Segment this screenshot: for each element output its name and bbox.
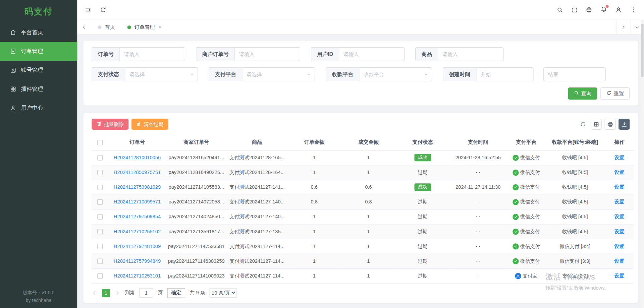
filter-pay-platform-select[interactable]: 请选择: [242, 67, 315, 81]
notifications-button[interactable]: [600, 6, 607, 14]
chevron-left-icon: [92, 290, 97, 296]
table-toolbar-left: 批量删除 清空过期: [92, 119, 168, 130]
refresh-icon: [580, 121, 586, 127]
column-settings-button[interactable]: [591, 119, 602, 130]
language-button[interactable]: [586, 7, 592, 13]
filter-label: 收款平台: [326, 67, 359, 81]
wechat-pay-icon: [513, 243, 519, 249]
scrollbar[interactable]: [641, 20, 644, 308]
merchant-order-no: pay2024112714072058...: [166, 194, 226, 209]
search-button[interactable]: [556, 7, 563, 13]
more-menu-button[interactable]: [630, 7, 637, 13]
order-no-link[interactable]: H2024112757994849: [114, 258, 161, 264]
filter-product-input[interactable]: [438, 47, 503, 61]
clear-expired-button[interactable]: 清空过期: [131, 119, 168, 130]
row-checkbox[interactable]: [97, 199, 103, 205]
current-page-button[interactable]: 1: [102, 289, 110, 297]
main-area: 首页订单管理 订单号商户订单号用户ID商品 支付状态请选择支付平台请选择收款平台…: [77, 0, 644, 308]
settings-link[interactable]: 设置: [614, 169, 624, 175]
table-toolbar-right: [578, 119, 630, 130]
globe-icon: [586, 7, 592, 13]
filter-label: 支付状态: [92, 67, 125, 81]
fullscreen-button[interactable]: [571, 7, 577, 13]
receiver-platform: 收钱吧 [4:5]: [545, 150, 605, 165]
tab-close-icon[interactable]: [158, 25, 162, 29]
check-icon: [514, 171, 517, 174]
order-no-link[interactable]: H2024112753981029: [114, 184, 161, 190]
settings-link[interactable]: 设置: [614, 273, 624, 279]
tab-status-dot: [127, 25, 131, 29]
filter-actions: 查询 重置: [92, 87, 630, 100]
print-button[interactable]: [604, 119, 615, 130]
product-name: 支付测试20241128-164...: [226, 165, 288, 180]
refresh-table-button[interactable]: [578, 119, 588, 130]
filter-user-id-input[interactable]: [339, 47, 405, 61]
user-menu-button[interactable]: [615, 7, 622, 13]
sidebar-item-plugins[interactable]: 插件管理: [0, 80, 77, 99]
settings-link[interactable]: 设置: [614, 228, 624, 234]
settings-link[interactable]: 设置: [614, 155, 624, 160]
order-no-link[interactable]: H2024112710255102: [114, 229, 161, 234]
sidebar-item-orders[interactable]: 订单管理: [0, 42, 77, 61]
tab-0[interactable]: 首页: [98, 20, 115, 35]
collapse-menu-button[interactable]: [85, 6, 92, 13]
app-logo: 码支付: [0, 0, 77, 23]
settings-link[interactable]: 设置: [614, 199, 624, 204]
alipay-icon: 支: [515, 273, 521, 279]
table-row: H2024112710255102pay2024112713591817...支…: [92, 224, 634, 239]
search-icon: [574, 90, 579, 96]
batch-delete-button[interactable]: 批量删除: [92, 119, 128, 130]
select-all-checkbox[interactable]: [97, 140, 103, 145]
refresh-page-button[interactable]: [100, 7, 107, 13]
orders-table: 订单号商家订单号商品订单金额成交金额支付状态支付时间支付平台收款平台[账号:终端…: [92, 135, 634, 284]
settings-link[interactable]: 设置: [614, 258, 624, 264]
close-icon: [158, 25, 162, 29]
scroll-tabs-left-button[interactable]: [77, 20, 91, 35]
scroll-tabs-right-button[interactable]: [616, 20, 630, 35]
confirm-page-button[interactable]: 确定: [167, 288, 185, 298]
merchant-order-no: pay2024112816490225...: [166, 165, 226, 180]
next-page-button[interactable]: [115, 290, 120, 296]
order-no-link[interactable]: H2024112710099571: [114, 199, 161, 205]
order-no-link[interactable]: H2024112797509854: [114, 214, 161, 220]
refresh-icon: [100, 7, 107, 13]
prev-page-button[interactable]: [92, 290, 97, 296]
query-button[interactable]: 查询: [568, 87, 597, 100]
platform-name: 支付宝: [523, 272, 537, 279]
scrollbar-thumb[interactable]: [641, 24, 643, 77]
row-checkbox[interactable]: [97, 244, 103, 249]
reset-button[interactable]: 重置: [600, 87, 630, 100]
settings-link[interactable]: 设置: [614, 213, 624, 219]
order-no-link[interactable]: H2024112850975751: [114, 170, 161, 175]
sidebar-item-home[interactable]: 平台首页: [0, 23, 77, 42]
order-no-link[interactable]: H2024112710253101: [114, 273, 161, 279]
settings-link[interactable]: 设置: [614, 184, 624, 190]
goto-page-input[interactable]: [139, 288, 153, 298]
filter-receive-platform-select[interactable]: 收款平台: [359, 67, 432, 81]
order-no-link[interactable]: H2024112810010056: [114, 155, 161, 161]
filter-pay-status-select[interactable]: 请选择: [125, 67, 198, 81]
pay-status-cell: 过期: [396, 165, 449, 180]
page-size-select[interactable]: 10 条/页: [210, 288, 237, 298]
merchant-order-no: pay202411271146303259: [166, 254, 226, 268]
filter-merchant-order-no-input[interactable]: [234, 47, 300, 61]
sidebar-item-users[interactable]: 用户中心: [0, 99, 77, 117]
row-checkbox[interactable]: [97, 273, 103, 279]
date-end-input[interactable]: [543, 67, 606, 81]
order-no-link[interactable]: H2024112797481009: [114, 243, 161, 249]
platform-name: 微信支付: [520, 184, 540, 191]
row-checkbox[interactable]: [97, 214, 103, 220]
row-checkbox[interactable]: [97, 259, 103, 264]
chevron-left-icon: [81, 24, 87, 30]
sidebar-item-accounts[interactable]: 账号管理: [0, 61, 77, 79]
export-button[interactable]: [619, 119, 630, 130]
filter-order-no-input[interactable]: [119, 47, 185, 61]
settings-link[interactable]: 设置: [614, 243, 624, 249]
row-checkbox[interactable]: [97, 170, 103, 175]
row-checkbox[interactable]: [97, 155, 103, 161]
pay-platform-cell: 微信支付: [507, 180, 545, 194]
tab-1[interactable]: 订单管理: [127, 20, 162, 35]
row-checkbox[interactable]: [97, 185, 103, 190]
date-start-input[interactable]: [476, 67, 533, 81]
row-checkbox[interactable]: [97, 229, 103, 234]
